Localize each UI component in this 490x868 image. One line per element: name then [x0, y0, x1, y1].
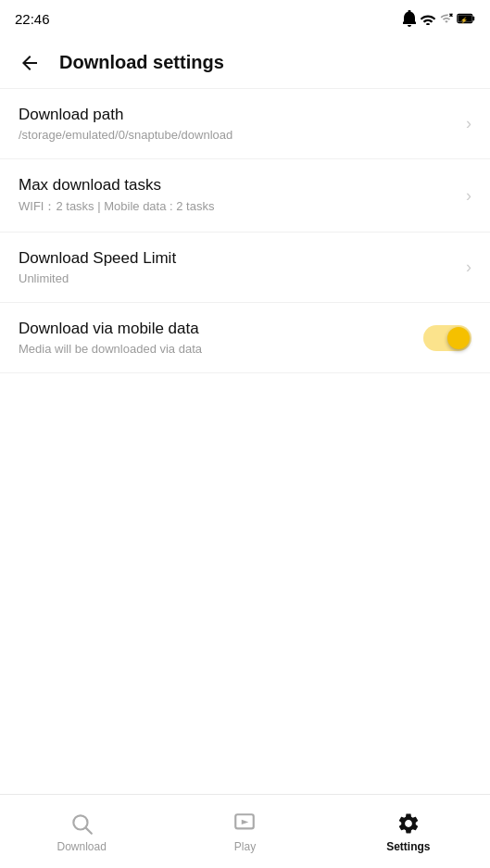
settings-item-right: › — [466, 114, 471, 133]
settings-item-subtitle: WIFI：2 tasks | Mobile data : 2 tasks — [19, 198, 455, 215]
settings-item-left: Download via mobile data Media will be d… — [19, 320, 412, 356]
signal-icon — [440, 10, 453, 27]
svg-line-7 — [86, 827, 92, 833]
settings-item-mobile-data[interactable]: Download via mobile data Media will be d… — [0, 303, 490, 373]
toggle-thumb — [447, 327, 470, 349]
status-bar: 22:46 ⚡ — [0, 0, 490, 37]
settings-item-title: Download Speed Limit — [19, 249, 455, 268]
settings-list: Download path /storage/emulated/0/snaptu… — [0, 89, 490, 373]
chevron-right-icon: › — [466, 258, 471, 277]
settings-item-download-path[interactable]: Download path /storage/emulated/0/snaptu… — [0, 89, 490, 159]
status-time: 22:46 — [15, 11, 50, 27]
svg-marker-9 — [242, 819, 249, 824]
nav-item-download[interactable]: Download — [0, 795, 163, 868]
download-nav-icon — [69, 811, 94, 837]
back-icon — [19, 52, 41, 74]
settings-item-right: › — [466, 186, 471, 206]
settings-item-right[interactable] — [423, 325, 471, 351]
svg-rect-3 — [472, 17, 474, 21]
nav-item-settings[interactable]: Settings — [327, 795, 490, 868]
settings-item-title: Download path — [19, 106, 455, 124]
settings-item-speed-limit[interactable]: Download Speed Limit Unlimited › — [0, 233, 490, 303]
mobile-data-toggle[interactable] — [423, 325, 471, 351]
play-nav-icon — [232, 811, 258, 837]
settings-item-left: Max download tasks WIFI：2 tasks | Mobile… — [19, 176, 455, 215]
settings-item-subtitle: /storage/emulated/0/snaptube/download — [19, 128, 455, 142]
nav-label-play: Play — [234, 840, 256, 853]
nav-item-play[interactable]: Play — [163, 795, 326, 868]
settings-item-left: Download Speed Limit Unlimited — [19, 249, 455, 285]
bottom-nav: Download Play Settings — [0, 794, 490, 868]
wifi-icon — [420, 12, 436, 25]
settings-item-right: › — [466, 258, 471, 277]
settings-item-title: Max download tasks — [19, 176, 455, 195]
settings-item-left: Download path /storage/emulated/0/snaptu… — [19, 106, 455, 142]
settings-item-title: Download via mobile data — [19, 320, 412, 338]
nav-label-settings: Settings — [386, 840, 430, 853]
notification-icon — [403, 10, 416, 27]
settings-item-subtitle: Unlimited — [19, 271, 455, 285]
settings-item-max-tasks[interactable]: Max download tasks WIFI：2 tasks | Mobile… — [0, 159, 490, 233]
back-button[interactable] — [15, 48, 44, 78]
battery-icon: ⚡ — [457, 12, 475, 25]
chevron-right-icon: › — [466, 186, 471, 206]
chevron-right-icon: › — [466, 114, 471, 133]
nav-label-download: Download — [57, 840, 106, 853]
settings-nav-icon — [396, 811, 421, 837]
header: Download settings — [0, 37, 490, 89]
settings-item-subtitle: Media will be downloaded via data — [19, 342, 412, 356]
status-icons: ⚡ — [403, 10, 475, 27]
page-title: Download settings — [59, 52, 224, 73]
svg-text:⚡: ⚡ — [460, 17, 468, 24]
